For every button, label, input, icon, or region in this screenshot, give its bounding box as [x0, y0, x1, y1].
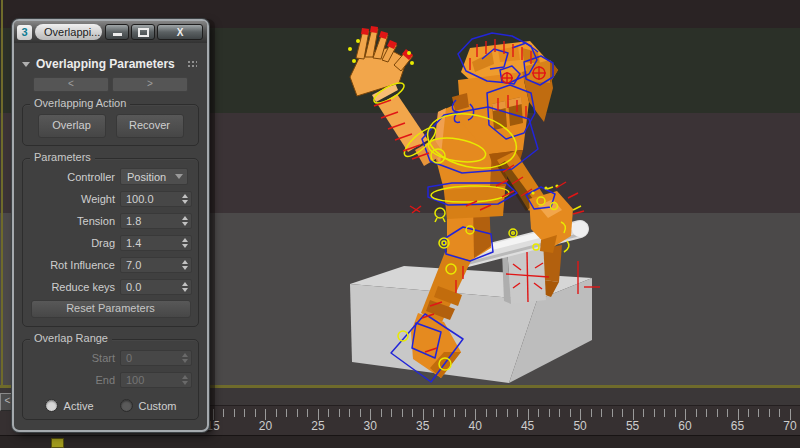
reduce-keys-spinner[interactable]: 0.0: [120, 279, 192, 295]
end-spinner: 100: [120, 372, 192, 388]
spinner-arrows-icon[interactable]: [180, 258, 189, 272]
next-button[interactable]: >: [112, 77, 188, 92]
controller-value: Position: [127, 171, 166, 183]
ruler-tick: [507, 409, 508, 417]
ruler-tick: [779, 409, 780, 417]
group-parameters: Parameters Controller Position Weight 10…: [22, 158, 199, 327]
ruler-frame-label: 65: [731, 419, 744, 433]
ruler-tick: [717, 409, 718, 417]
ruler-tick: [360, 409, 361, 417]
prev-button[interactable]: <: [33, 77, 109, 92]
drag-spinner[interactable]: 1.4: [120, 235, 192, 251]
ruler-tick: [727, 409, 728, 417]
tension-spinner[interactable]: 1.8: [120, 213, 192, 229]
chevron-down-icon: [175, 174, 183, 179]
ruler-tick: [307, 409, 308, 417]
ruler-tick: [748, 409, 749, 417]
overlapping-tool-window[interactable]: 3 Overlappi... X Overlapping Parameters …: [12, 19, 209, 432]
controller-dropdown[interactable]: Position: [120, 168, 188, 185]
group-title-overlap-range: Overlap Range: [30, 332, 112, 344]
active-radio-label: Active: [64, 400, 94, 412]
minimize-button[interactable]: [105, 24, 129, 40]
spinner-arrows-icon: [180, 351, 189, 365]
rollout-header[interactable]: Overlapping Parameters: [22, 57, 199, 71]
ruler-tick: [549, 409, 550, 417]
start-spinner: 0: [120, 350, 192, 366]
ruler-tick: [339, 409, 340, 417]
maximize-button[interactable]: [131, 24, 155, 40]
reset-parameters-button[interactable]: Reset Parameters: [31, 300, 191, 318]
maximize-icon: [138, 28, 149, 37]
reduce-keys-value: 0.0: [126, 281, 141, 293]
reduce-keys-label: Reduce keys: [29, 281, 120, 293]
ruler-tick: [391, 409, 392, 417]
radio-unselected-icon[interactable]: [120, 399, 133, 412]
ruler-tick: [454, 409, 455, 417]
tension-label: Tension: [29, 215, 120, 227]
group-title-parameters: Parameters: [30, 151, 95, 163]
ruler-tick: [696, 409, 697, 417]
group-overlap-range: Overlap Range Start 0 End 100 Active Cus…: [22, 339, 199, 420]
weight-spinner[interactable]: 100.0: [120, 191, 192, 207]
ruler-frame-label: 40: [469, 419, 482, 433]
ruler-tick: [601, 409, 602, 417]
ruler-tick: [517, 409, 518, 417]
end-label: End: [29, 374, 120, 386]
radio-selected-icon[interactable]: [45, 399, 58, 412]
ruler-tick: [234, 409, 235, 417]
weight-label: Weight: [29, 193, 120, 205]
spinner-arrows-icon[interactable]: [180, 192, 189, 206]
custom-radio-label: Custom: [139, 400, 177, 412]
spinner-arrows-icon: [180, 373, 189, 387]
ruler-frame-label: 20: [259, 419, 272, 433]
ruler-tick: [654, 409, 655, 417]
end-value: 100: [126, 374, 144, 386]
overlap-button[interactable]: Overlap: [38, 114, 106, 138]
ruler-frame-label: 60: [678, 419, 691, 433]
ruler-tick: [675, 409, 676, 417]
key-marker[interactable]: [51, 438, 64, 448]
ruler-tick: [758, 409, 759, 417]
ruler-frame-label: 55: [626, 419, 639, 433]
ruler-tick: [244, 409, 245, 417]
ruler-tick: [769, 409, 770, 417]
window-titlebar[interactable]: 3 Overlappi... X: [14, 21, 207, 43]
ruler-frame-label: 45: [521, 419, 534, 433]
recover-button[interactable]: Recover: [116, 114, 184, 138]
custom-radio[interactable]: Custom: [120, 399, 177, 412]
rot-influence-value: 7.0: [126, 259, 141, 271]
ruler-tick: [276, 409, 277, 417]
ruler-tick: [559, 409, 560, 417]
ruler-tick: [286, 409, 287, 417]
ruler-tick: [402, 409, 403, 417]
ruler-tick: [412, 409, 413, 417]
ruler-tick: [622, 409, 623, 417]
rot-influence-spinner[interactable]: 7.0: [120, 257, 192, 273]
ruler-tick: [349, 409, 350, 417]
close-button[interactable]: X: [157, 24, 203, 40]
spinner-arrows-icon[interactable]: [180, 280, 189, 294]
ruler-tick: [328, 409, 329, 417]
track-bar[interactable]: [0, 435, 800, 448]
minimize-icon: [113, 33, 122, 36]
ruler-tick: [223, 409, 224, 417]
start-value: 0: [126, 352, 132, 364]
spinner-arrows-icon[interactable]: [180, 214, 189, 228]
drag-label: Drag: [29, 237, 120, 249]
group-title-action: Overlapping Action: [30, 97, 130, 109]
tension-value: 1.8: [126, 215, 141, 227]
ruler-frame-label: 25: [311, 419, 324, 433]
drag-value: 1.4: [126, 237, 141, 249]
viewport-left-border: [1, 0, 3, 388]
ruler-tick: [612, 409, 613, 417]
ruler-tick: [255, 409, 256, 417]
ruler-tick: [570, 409, 571, 417]
rollout-collapse-icon: [22, 62, 30, 67]
group-overlapping-action: Overlapping Action Overlap Recover: [22, 104, 199, 146]
ruler-tick: [706, 409, 707, 417]
rollout-title: Overlapping Parameters: [36, 57, 175, 71]
spinner-arrows-icon[interactable]: [180, 236, 189, 250]
active-radio[interactable]: Active: [45, 399, 94, 412]
rot-influence-label: Rot Influence: [29, 259, 120, 271]
ruler-tick: [591, 409, 592, 417]
